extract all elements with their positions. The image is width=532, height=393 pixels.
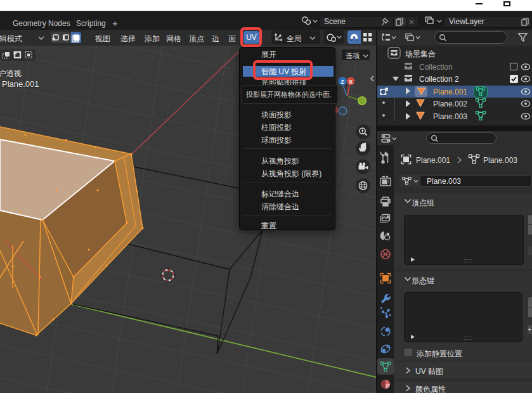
svg-text:X: X bbox=[349, 79, 353, 85]
svg-text:Z: Z bbox=[341, 79, 344, 85]
